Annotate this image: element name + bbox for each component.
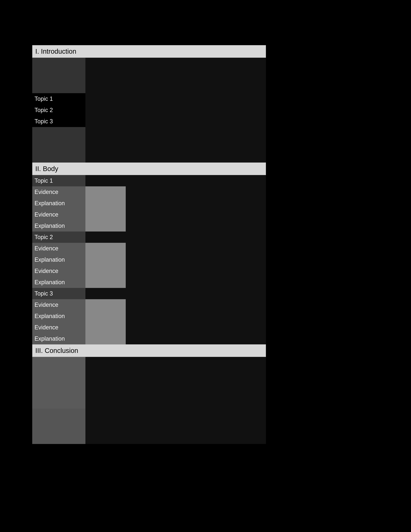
body-topic2-dark (85, 231, 266, 243)
conclusion-row1 (32, 357, 266, 370)
conclusion-section: III. Conclusion (32, 344, 266, 444)
body-topic1-dark (85, 175, 266, 186)
body-t2-explanation1-dark (126, 254, 266, 265)
intro-topic1-content (85, 93, 266, 104)
body-t1-evidence1-grey (85, 186, 126, 198)
intro-topic3-label: Topic 3 (32, 116, 85, 127)
body-t3-explanation2-dark (126, 333, 266, 344)
body-t2-evidence1-dark (126, 243, 266, 254)
body-t2-evidence2-grey (85, 265, 126, 277)
body-t3-explanation1-label: Explanation (32, 311, 85, 322)
body-t3-evidence2-dark (126, 322, 266, 333)
body-t1-explanation2-row: Explanation (32, 220, 266, 231)
intro-topic1-label: Topic 1 (32, 93, 85, 104)
body-t1-evidence1-label: Evidence (32, 186, 85, 198)
conclusion-header: III. Conclusion (32, 344, 266, 357)
body-t2-explanation2-dark (126, 277, 266, 288)
intro-topic3-row: Topic 3 (32, 116, 266, 127)
intro-image-bottom-right (85, 127, 266, 162)
intro-image-top (32, 58, 266, 93)
body-t1-explanation2-grey (85, 220, 126, 231)
body-topic1-label: Topic 1 (32, 175, 85, 186)
body-t1-explanation1-label: Explanation (32, 198, 85, 209)
body-topic2-label: Topic 2 (32, 231, 85, 243)
body-topic3-row: Topic 3 (32, 288, 266, 299)
body-t3-explanation1-grey (85, 311, 126, 322)
intro-image-bottom (32, 127, 266, 162)
body-topic3-dark (85, 288, 266, 299)
intro-topic3-content (85, 116, 266, 127)
body-t3-evidence2-row: Evidence (32, 322, 266, 333)
body-t3-explanation2-label: Explanation (32, 333, 85, 344)
conclusion-row3 (32, 383, 266, 396)
body-t2-evidence1-grey (85, 243, 126, 254)
conclusion-image-right (85, 408, 266, 444)
intro-image-bottom-left (32, 127, 85, 162)
body-topic1-row: Topic 1 (32, 175, 266, 186)
body-t2-evidence1-row: Evidence (32, 243, 266, 254)
body-t3-evidence2-grey (85, 322, 126, 333)
body-t1-explanation1-grey (85, 198, 126, 209)
conclusion-dark1 (85, 357, 266, 370)
body-t1-evidence2-dark (126, 209, 266, 220)
body-section: II. Body Topic 1 Evidence Explanation Ev (32, 162, 266, 344)
intro-topic2-content (85, 104, 266, 116)
conclusion-label2 (32, 370, 85, 383)
body-t3-evidence2-label: Evidence (32, 322, 85, 333)
body-t2-explanation1-label: Explanation (32, 254, 85, 265)
conclusion-image-left (32, 408, 85, 444)
body-t3-evidence1-dark (126, 299, 266, 311)
body-t3-explanation2-grey (85, 333, 126, 344)
body-t1-evidence1-row: Evidence (32, 186, 266, 198)
body-t1-explanation1-row: Explanation (32, 198, 266, 209)
conclusion-image-row (32, 408, 266, 444)
body-content: Topic 1 Evidence Explanation Evidence (32, 175, 266, 344)
intro-topic2-row: Topic 2 (32, 104, 266, 116)
body-t2-evidence2-dark (126, 265, 266, 277)
body-t3-evidence1-grey (85, 299, 126, 311)
body-t1-evidence1-dark (126, 186, 266, 198)
conclusion-label4 (32, 396, 85, 408)
body-t1-evidence2-grey (85, 209, 126, 220)
body-t3-evidence1-label: Evidence (32, 299, 85, 311)
conclusion-content (32, 357, 266, 444)
conclusion-row4 (32, 396, 266, 408)
introduction-content: Topic 1 Topic 2 Topic 3 (32, 58, 266, 162)
body-t3-explanation1-dark (126, 311, 266, 322)
body-t3-evidence1-row: Evidence (32, 299, 266, 311)
body-t1-evidence2-label: Evidence (32, 209, 85, 220)
intro-dark-right (85, 58, 266, 93)
body-t2-evidence1-label: Evidence (32, 243, 85, 254)
intro-image-left (32, 58, 85, 93)
conclusion-label3 (32, 383, 85, 396)
body-header: II. Body (32, 162, 266, 175)
conclusion-dark2 (85, 370, 266, 383)
body-t2-explanation2-grey (85, 277, 126, 288)
body-topic3-label: Topic 3 (32, 288, 85, 299)
conclusion-dark3 (85, 383, 266, 396)
body-topic2-row: Topic 2 (32, 231, 266, 243)
body-t2-explanation1-row: Explanation (32, 254, 266, 265)
body-t2-explanation2-label: Explanation (32, 277, 85, 288)
body-t2-evidence2-label: Evidence (32, 265, 85, 277)
conclusion-dark4 (85, 396, 266, 408)
body-t3-explanation2-row: Explanation (32, 333, 266, 344)
body-t1-explanation2-label: Explanation (32, 220, 85, 231)
intro-topic1-row: Topic 1 (32, 93, 266, 104)
conclusion-label1 (32, 357, 85, 370)
body-t2-explanation1-grey (85, 254, 126, 265)
introduction-header: I. Introduction (32, 45, 266, 58)
conclusion-row2 (32, 370, 266, 383)
intro-topic2-label: Topic 2 (32, 104, 85, 116)
body-t1-evidence2-row: Evidence (32, 209, 266, 220)
body-t2-explanation2-row: Explanation (32, 277, 266, 288)
body-t3-explanation1-row: Explanation (32, 311, 266, 322)
body-t1-explanation1-dark (126, 198, 266, 209)
introduction-section: I. Introduction Topic 1 Topic 2 Topic 3 (32, 45, 266, 162)
body-t1-explanation2-dark (126, 220, 266, 231)
body-t2-evidence2-row: Evidence (32, 265, 266, 277)
outline-container: I. Introduction Topic 1 Topic 2 Topic 3 (32, 45, 266, 444)
